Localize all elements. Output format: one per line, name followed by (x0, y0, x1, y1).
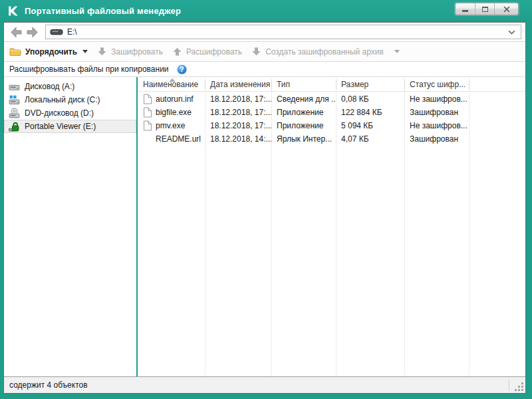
decrypt-label: Расшифровать (186, 47, 242, 57)
drive-tree: Дисковод (A:) Локальный диск (C:) DVD-ди… (4, 77, 136, 376)
decrypt-on-copy-label: Расшифровывать файлы при копировании (9, 65, 169, 74)
organize-label: Упорядочить (25, 47, 77, 57)
back-arrow-icon (10, 26, 23, 39)
dvd-drive-icon (9, 108, 20, 119)
file-modified: 18.12.2018, 14:... (205, 134, 271, 144)
drive-icon (50, 28, 63, 36)
sort-ascending-icon (169, 78, 176, 82)
file-size: 5 094 КБ (336, 121, 404, 130)
sidebar-drive-item[interactable]: Локальный диск (C:) (4, 93, 136, 106)
file-icon (143, 94, 152, 104)
minimize-button[interactable] (456, 3, 475, 15)
hard-drive-icon (9, 94, 20, 106)
svg-text:?: ? (180, 66, 184, 73)
file-icon (143, 120, 152, 131)
navigation-bar: E:\ (4, 23, 525, 42)
column-header[interactable]: Размер (336, 80, 404, 91)
decrypt-on-copy-option[interactable]: Расшифровывать файлы при копировании ? (4, 62, 525, 77)
maximize-icon (482, 7, 488, 12)
window-controls (455, 3, 519, 15)
file-size: 4,07 КБ (336, 134, 404, 144)
file-size: 0,08 КБ (336, 94, 404, 104)
back-button[interactable] (8, 24, 24, 40)
encrypt-arrow-down-icon (97, 47, 107, 57)
locked-drive-icon (9, 121, 20, 132)
status-bar: содержит 4 объектов (4, 376, 525, 393)
file-encryption-status: Зашифрован (404, 108, 469, 117)
portable-file-manager-window: Портативный файловый менеджер (0, 0, 532, 399)
create-archive-arrow-down-icon (251, 47, 261, 57)
file-type: Сведения для ... (271, 94, 336, 104)
main-panes: Дисковод (A:) Локальный диск (C:) DVD-ди… (4, 77, 525, 376)
file-rows: autorun.inf 18.12.2018, 17:... Сведения … (138, 92, 525, 146)
column-header[interactable]: Дата изменения (205, 80, 271, 91)
title-bar: Портативный файловый менеджер (0, 0, 532, 22)
minimize-icon (462, 10, 468, 12)
file-type: Приложение (271, 108, 336, 117)
forward-button[interactable] (24, 24, 40, 40)
file-encryption-status: Не зашифров... (404, 121, 469, 130)
file-name: pmv.exe (156, 121, 185, 130)
file-row[interactable]: README.url 18.12.2018, 14:... Ярлык Инте… (138, 132, 525, 146)
kaspersky-logo-icon (7, 5, 19, 17)
column-header[interactable]: Тип (271, 80, 336, 91)
organize-button[interactable]: Упорядочить (9, 47, 88, 57)
address-dropdown-chevron-icon[interactable] (508, 30, 515, 35)
create-archive-label: Создать зашифрованный архив (265, 47, 384, 57)
list-header: НаименованиеДата измененияТипРазмерСтату… (138, 77, 525, 92)
file-row[interactable]: pmv.exe 18.12.2018, 17:... Приложение 5 … (138, 119, 525, 132)
maximize-button[interactable] (475, 3, 494, 15)
file-size: 122 884 КБ (336, 108, 404, 117)
column-header[interactable]: Статус шифр... (404, 80, 469, 91)
forward-arrow-icon (26, 26, 39, 39)
window-title: Портативный файловый менеджер (25, 6, 181, 16)
file-modified: 18.12.2018, 17:... (205, 108, 271, 117)
drive-label: Дисковод (A:) (25, 82, 74, 91)
file-type: Приложение (271, 121, 336, 130)
drive-label: Portable Viewer (E:) (25, 122, 96, 131)
file-name: bigfile.exe (156, 108, 192, 117)
close-button[interactable] (494, 3, 518, 15)
file-row[interactable]: bigfile.exe 18.12.2018, 17:... Приложени… (138, 106, 525, 119)
drive-label: Локальный диск (C:) (25, 95, 100, 104)
folder-icon (9, 47, 21, 57)
sidebar-drive-item[interactable]: Portable Viewer (E:) (4, 120, 136, 133)
decrypt-arrow-up-icon (172, 47, 182, 57)
file-icon (143, 107, 152, 118)
sidebar-drive-item[interactable]: Дисковод (A:) (4, 80, 136, 93)
encrypt-button[interactable]: Зашифровать (97, 47, 163, 57)
file-list-pane: НаименованиеДата измененияТипРазмерСтату… (138, 77, 525, 376)
file-name: README.url (156, 134, 201, 144)
drive-label: DVD-дисковод (D:) (25, 108, 94, 118)
file-type: Ярлык Интер... (271, 134, 336, 144)
file-row[interactable]: autorun.inf 18.12.2018, 17:... Сведения … (138, 92, 525, 106)
file-name: autorun.inf (156, 94, 194, 104)
client-area: E:\ Упорядочить Зашифровать (3, 22, 526, 394)
create-archive-dropdown-caret-icon (394, 50, 400, 53)
file-encryption-status: Зашифрован (404, 134, 469, 144)
floppy-drive-icon (9, 81, 20, 92)
sidebar-drive-item[interactable]: DVD-дисковод (D:) (4, 106, 136, 120)
status-text: содержит 4 объектов (9, 380, 88, 390)
file-modified: 18.12.2018, 17:... (205, 121, 271, 130)
close-icon (503, 6, 510, 13)
drive-list: Дисковод (A:) Локальный диск (C:) DVD-ди… (4, 80, 136, 133)
resize-grip[interactable] (515, 382, 523, 391)
address-text: E:\ (67, 27, 508, 37)
address-bar[interactable]: E:\ (45, 25, 521, 39)
organize-dropdown-caret-icon (82, 50, 88, 53)
toolbar: Упорядочить Зашифровать Расшифровать С (4, 42, 525, 62)
create-archive-button[interactable]: Создать зашифрованный архив (251, 47, 400, 57)
help-icon[interactable]: ? (177, 65, 187, 74)
status-bar-divider (509, 379, 509, 391)
decrypt-button[interactable]: Расшифровать (172, 47, 242, 57)
encrypt-label: Зашифровать (111, 47, 163, 57)
file-encryption-status: Не зашифров... (404, 94, 469, 104)
file-modified: 18.12.2018, 17:... (205, 94, 271, 104)
